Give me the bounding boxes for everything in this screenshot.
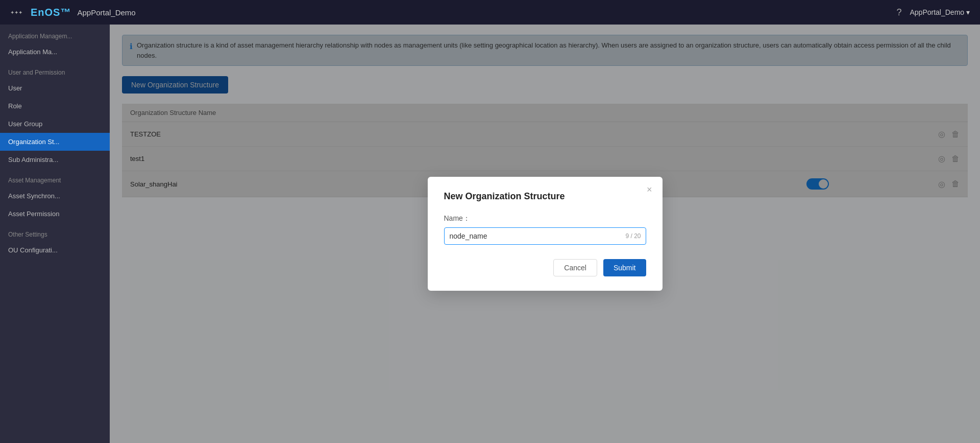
sidebar-item-role[interactable]: Role bbox=[0, 97, 110, 115]
main-content: ℹ Organization structure is a kind of as… bbox=[110, 25, 980, 443]
topnav: ✦✦✦ EnOS™ AppPortal_Demo ? AppPortal_Dem… bbox=[0, 0, 980, 25]
sidebar-item-user-group[interactable]: User Group bbox=[0, 115, 110, 133]
sidebar-item-app-ma[interactable]: Application Ma... bbox=[0, 43, 110, 61]
modal-title: New Organization Structure bbox=[444, 191, 646, 202]
sidebar-item-org-st[interactable]: Organization St... bbox=[0, 133, 110, 151]
submit-button[interactable]: Submit bbox=[603, 259, 646, 276]
modal-dialog: × New Organization Structure Name： 9 / 2… bbox=[428, 177, 663, 291]
user-menu[interactable]: AppPortal_Demo ▾ bbox=[910, 8, 970, 16]
cancel-button[interactable]: Cancel bbox=[553, 259, 597, 276]
layout: Application Managem... Application Ma...… bbox=[0, 25, 980, 443]
char-count: 9 / 20 bbox=[625, 232, 641, 240]
sidebar-section-other: Other Settings bbox=[0, 223, 110, 241]
topnav-left: ✦✦✦ EnOS™ AppPortal_Demo bbox=[10, 7, 136, 18]
logo-text: EnOS™ bbox=[31, 7, 71, 18]
sidebar: Application Managem... Application Ma...… bbox=[0, 25, 110, 443]
sidebar-item-user[interactable]: User bbox=[0, 79, 110, 97]
name-input-wrapper: 9 / 20 bbox=[444, 227, 646, 245]
modal-actions: Cancel Submit bbox=[444, 259, 646, 276]
name-input[interactable] bbox=[444, 227, 646, 245]
name-label: Name： bbox=[444, 214, 646, 223]
modal-overlay: × New Organization Structure Name： 9 / 2… bbox=[110, 25, 980, 443]
sidebar-section-user: User and Permission bbox=[0, 61, 110, 79]
help-icon[interactable]: ? bbox=[896, 7, 901, 18]
sidebar-item-asset-sync[interactable]: Asset Synchron... bbox=[0, 187, 110, 205]
sidebar-item-asset-perm[interactable]: Asset Permission bbox=[0, 205, 110, 223]
modal-close-button[interactable]: × bbox=[647, 185, 652, 194]
sidebar-section-asset: Asset Management bbox=[0, 169, 110, 187]
sidebar-item-ou-config[interactable]: OU Configurati... bbox=[0, 241, 110, 259]
app-name: AppPortal_Demo bbox=[77, 8, 135, 17]
sidebar-section-app: Application Managem... bbox=[0, 25, 110, 43]
logo-dots-icon: ✦✦✦ bbox=[10, 10, 22, 15]
topnav-right: ? AppPortal_Demo ▾ bbox=[896, 7, 970, 18]
sidebar-item-sub-admin[interactable]: Sub Administra... bbox=[0, 151, 110, 169]
